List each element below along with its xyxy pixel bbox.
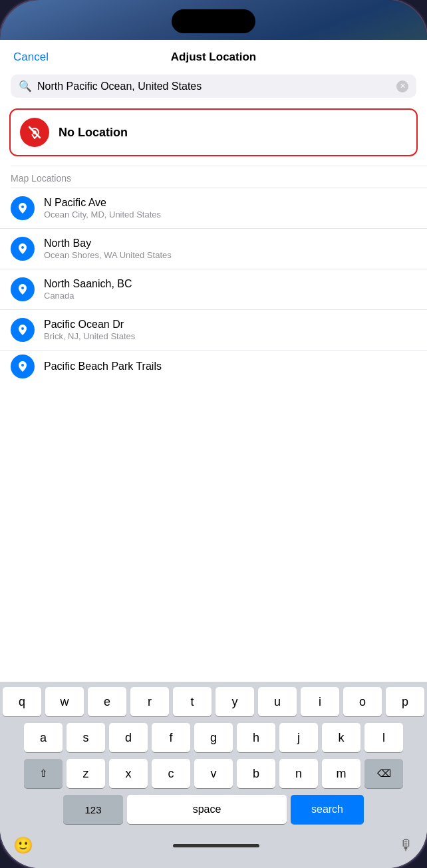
key-j[interactable]: j xyxy=(279,723,318,752)
key-p[interactable]: p xyxy=(386,687,424,716)
numbers-key[interactable]: 123 xyxy=(63,795,123,824)
no-location-row[interactable]: No Location xyxy=(9,108,418,156)
search-key[interactable]: search xyxy=(291,795,364,824)
shift-key[interactable]: ⇧ xyxy=(24,759,63,788)
key-r[interactable]: r xyxy=(130,687,169,716)
location-item-0[interactable]: N Pacific Ave Ocean City, MD, United Sta… xyxy=(0,188,427,229)
location-list: N Pacific Ave Ocean City, MD, United Sta… xyxy=(0,188,427,682)
section-header: Map Locations xyxy=(0,166,427,188)
key-k[interactable]: k xyxy=(322,723,360,752)
svg-point-7 xyxy=(21,327,24,330)
key-n[interactable]: n xyxy=(279,759,318,788)
key-e[interactable]: e xyxy=(88,687,126,716)
key-l[interactable]: l xyxy=(364,723,403,752)
location-item-2[interactable]: North Saanich, BC Canada xyxy=(0,269,427,310)
location-pin-3 xyxy=(11,318,35,342)
location-text-0: N Pacific Ave Ocean City, MD, United Sta… xyxy=(44,197,161,219)
no-location-label: No Location xyxy=(59,126,128,140)
location-sub-0: Ocean City, MD, United States xyxy=(44,210,161,219)
location-item-1[interactable]: North Bay Ocean Shores, WA United States xyxy=(0,229,427,269)
key-f[interactable]: f xyxy=(152,723,190,752)
key-x[interactable]: x xyxy=(109,759,148,788)
search-container: 🔍 North Pacific Ocean, United States ✕ xyxy=(0,72,427,106)
keyboard-row-3: ⇧ z x c v b n m ⌫ xyxy=(3,759,424,788)
location-item-4[interactable]: Pacific Beach Park Trails xyxy=(0,351,427,382)
modal-title: Adjust Location xyxy=(171,51,256,64)
location-text-4: Pacific Beach Park Trails xyxy=(44,361,162,372)
no-location-icon xyxy=(20,118,49,147)
location-name-4: Pacific Beach Park Trails xyxy=(44,361,162,372)
key-c[interactable]: c xyxy=(152,759,190,788)
location-pin-4 xyxy=(11,355,35,378)
backspace-key[interactable]: ⌫ xyxy=(364,759,403,788)
svg-point-4 xyxy=(21,206,24,208)
key-v[interactable]: v xyxy=(194,759,233,788)
search-bar[interactable]: 🔍 North Pacific Ocean, United States ✕ xyxy=(11,74,416,98)
svg-point-6 xyxy=(21,287,24,289)
svg-point-5 xyxy=(21,246,24,249)
home-indicator xyxy=(173,844,259,847)
location-name-1: North Bay xyxy=(44,237,172,249)
search-clear-button[interactable]: ✕ xyxy=(396,80,408,92)
cancel-button[interactable]: Cancel xyxy=(13,51,49,64)
keyboard-row-1: q w e r t y u i o p xyxy=(3,687,424,716)
keyboard: q w e r t y u i o p a s d f g xyxy=(0,682,427,833)
emoji-button[interactable]: 🙂 xyxy=(13,836,33,855)
key-w[interactable]: w xyxy=(45,687,84,716)
key-m[interactable]: m xyxy=(322,759,360,788)
location-name-3: Pacific Ocean Dr xyxy=(44,319,135,331)
key-i[interactable]: i xyxy=(301,687,339,716)
location-text-3: Pacific Ocean Dr Brick, NJ, United State… xyxy=(44,319,135,341)
phone-frame: Cancel Adjust Location 🔍 North Pacific O… xyxy=(0,0,427,868)
key-q[interactable]: q xyxy=(3,687,41,716)
key-t[interactable]: t xyxy=(173,687,212,716)
key-h[interactable]: h xyxy=(237,723,275,752)
keyboard-row-2: a s d f g h j k l xyxy=(3,723,424,752)
key-y[interactable]: y xyxy=(215,687,254,716)
location-name-2: North Saanich, BC xyxy=(44,278,132,290)
key-a[interactable]: a xyxy=(24,723,63,752)
keyboard-row-4: 123 space search xyxy=(3,795,424,824)
location-pin-1 xyxy=(11,237,35,261)
microphone-button[interactable]: 🎙 xyxy=(399,837,414,854)
location-pin-0 xyxy=(11,196,35,220)
screen: Cancel Adjust Location 🔍 North Pacific O… xyxy=(0,0,427,868)
space-key[interactable]: space xyxy=(127,795,287,824)
dynamic-island xyxy=(172,9,255,33)
location-item-3[interactable]: Pacific Ocean Dr Brick, NJ, United State… xyxy=(0,310,427,351)
modal-sheet: Cancel Adjust Location 🔍 North Pacific O… xyxy=(0,40,427,868)
search-icon: 🔍 xyxy=(19,80,32,92)
key-s[interactable]: s xyxy=(67,723,105,752)
location-name-0: N Pacific Ave xyxy=(44,197,161,209)
key-z[interactable]: z xyxy=(67,759,105,788)
location-sub-2: Canada xyxy=(44,291,132,301)
key-u[interactable]: u xyxy=(258,687,297,716)
key-d[interactable]: d xyxy=(109,723,148,752)
bottom-bar: 🙂 🎙 xyxy=(0,833,427,868)
location-sub-3: Brick, NJ, United States xyxy=(44,331,135,341)
key-g[interactable]: g xyxy=(194,723,233,752)
key-b[interactable]: b xyxy=(237,759,275,788)
location-sub-1: Ocean Shores, WA United States xyxy=(44,250,172,260)
location-text-2: North Saanich, BC Canada xyxy=(44,278,132,301)
location-pin-2 xyxy=(11,277,35,301)
key-o[interactable]: o xyxy=(343,687,382,716)
search-input[interactable]: North Pacific Ocean, United States xyxy=(37,80,391,92)
location-text-1: North Bay Ocean Shores, WA United States xyxy=(44,237,172,260)
svg-point-8 xyxy=(21,364,24,366)
modal-header: Cancel Adjust Location xyxy=(0,40,427,72)
